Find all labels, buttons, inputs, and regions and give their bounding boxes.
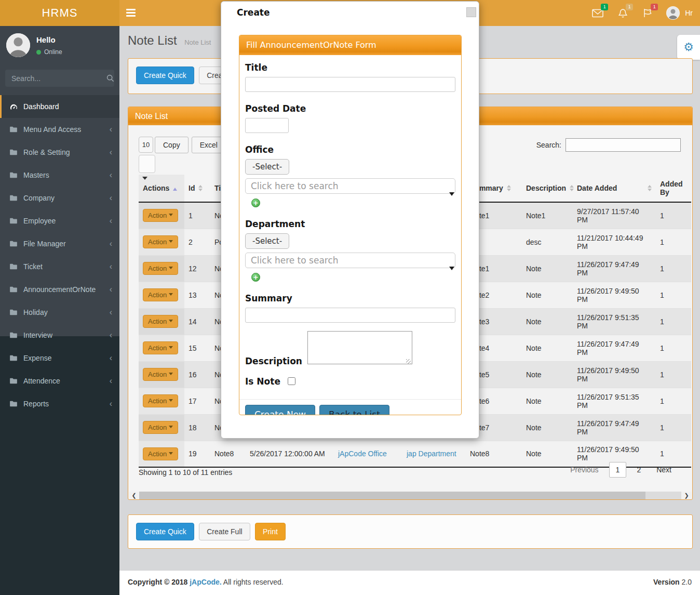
description-textarea[interactable]	[307, 331, 412, 364]
page-length-select[interactable]	[139, 155, 155, 173]
row-action-button[interactable]: Action	[143, 421, 178, 434]
sidebar-item-company[interactable]: Company‹	[0, 187, 119, 209]
messages-icon[interactable]: 1	[591, 7, 604, 19]
sidebar-toggle-icon[interactable]	[126, 9, 136, 17]
summary-input[interactable]	[245, 308, 455, 323]
office-select[interactable]: -Select-	[245, 159, 289, 175]
sidebar-item-announcementornote[interactable]: AnnouncementOrNote‹	[0, 278, 119, 301]
resize-grip-icon[interactable]	[406, 359, 411, 364]
scrollbar-track[interactable]	[645, 492, 681, 499]
cell-date-added: 11/26/2017 9:49:50 PM	[573, 282, 656, 308]
row-action-button[interactable]: Action	[143, 209, 178, 222]
brand-link[interactable]: jApCode.	[190, 578, 221, 586]
column-header-id[interactable]: Id	[184, 175, 210, 202]
chevron-left-icon: ‹	[110, 377, 112, 385]
cell-office-link[interactable]: jApCode Office	[338, 449, 387, 458]
notifications-bell-icon[interactable]: 1	[616, 7, 629, 19]
sidebar-item-attendence[interactable]: Attendence‹	[0, 369, 119, 392]
pagination-next[interactable]: Next	[651, 462, 677, 477]
scroll-left-icon[interactable]: ❮	[129, 492, 139, 499]
posted-date-input[interactable]	[245, 118, 289, 133]
posted-date-label: Posted Date	[245, 103, 455, 114]
create-new-button[interactable]: Create New	[245, 405, 315, 415]
cell-id: 18	[184, 414, 210, 441]
cell-title: Note8	[210, 441, 246, 467]
flag-icon[interactable]: 1	[641, 7, 654, 19]
table-search-input[interactable]	[566, 138, 681, 152]
column-header-description[interactable]: Description	[522, 175, 573, 202]
app-logo[interactable]: HRMS	[0, 0, 119, 26]
add-office-icon[interactable]: +	[251, 199, 260, 207]
column-header-actions[interactable]: Actions	[139, 175, 184, 202]
cell-added-by: 1	[656, 229, 691, 255]
column-header-date_added[interactable]: Date Added	[573, 175, 656, 202]
sidebar-item-expense[interactable]: Expense‹	[0, 347, 119, 369]
page-length-value[interactable]: 10	[139, 137, 153, 153]
office-search-input[interactable]	[245, 178, 455, 194]
sidebar-search	[5, 70, 114, 87]
title-input[interactable]	[245, 77, 455, 92]
create-quick-button[interactable]: Create Quick	[136, 67, 194, 84]
is-note-checkbox[interactable]	[288, 377, 295, 385]
add-department-icon[interactable]: +	[251, 273, 260, 282]
sidebar-item-reports[interactable]: Reports‹	[0, 392, 119, 415]
row-action-button[interactable]: Action	[143, 262, 178, 275]
scroll-right-icon[interactable]: ❯	[681, 492, 692, 499]
create-quick-button[interactable]: Create Quick	[136, 523, 194, 540]
create-full-button[interactable]: Create Full	[199, 523, 250, 540]
sidebar-item-label: Role & Setting	[23, 148, 70, 156]
caret-down-icon	[169, 346, 173, 351]
row-action-button[interactable]: Action	[143, 447, 178, 460]
search-icon[interactable]	[106, 74, 114, 82]
sidebar-item-dashboard[interactable]: Dashboard	[0, 95, 119, 118]
flags-badge: 1	[651, 4, 658, 10]
scrollbar-thumb[interactable]	[139, 492, 645, 499]
back-to-list-button[interactable]: Back to List	[319, 405, 389, 415]
office-dropdown-caret-icon[interactable]	[449, 192, 454, 199]
office-label: Office	[245, 144, 455, 155]
cell-summary: Note8	[466, 441, 522, 467]
row-action-button[interactable]: Action	[143, 341, 178, 354]
user-name[interactable]: Hr	[685, 9, 693, 17]
row-action-button[interactable]: Action	[143, 235, 178, 248]
pagination-page-1[interactable]: 1	[609, 462, 627, 478]
row-action-button[interactable]: Action	[143, 394, 178, 407]
cell-added-by: 1	[656, 414, 691, 441]
sidebar-item-menu-and-access[interactable]: Menu And Access‹	[0, 118, 119, 141]
sidebar-item-label: Expense	[23, 354, 51, 362]
sidebar-item-label: Menu And Access	[23, 125, 81, 134]
sidebar-item-masters[interactable]: Masters‹	[0, 164, 119, 187]
sidebar-search-input[interactable]	[10, 74, 106, 83]
modal-close-button[interactable]	[466, 7, 476, 17]
chevron-left-icon: ‹	[110, 262, 112, 271]
pagination-page-2[interactable]: 2	[631, 462, 646, 477]
gear-icon: ⚙	[683, 41, 694, 54]
sidebar-avatar	[6, 33, 30, 57]
pagination-previous[interactable]: Previous	[565, 462, 603, 477]
chevron-left-icon: ‹	[110, 400, 112, 408]
print-button[interactable]: Print	[255, 523, 286, 540]
department-select[interactable]: -Select-	[245, 233, 289, 249]
department-dropdown-caret-icon[interactable]	[449, 267, 454, 273]
cell-description: Note	[522, 335, 573, 361]
sidebar-item-interview[interactable]: Interview‹	[0, 324, 119, 347]
department-search-input[interactable]	[245, 253, 455, 268]
sidebar-item-file-manager[interactable]: File Manager‹	[0, 232, 119, 255]
folder-icon	[10, 126, 18, 133]
row-action-button[interactable]: Action	[143, 315, 178, 328]
sidebar-item-holiday[interactable]: Holiday‹	[0, 301, 119, 324]
cell-department-link[interactable]: jap Department	[407, 449, 456, 458]
settings-panel-toggle[interactable]: ⚙	[677, 35, 700, 60]
sidebar-item-role-setting[interactable]: Role & Setting‹	[0, 141, 119, 164]
row-action-button[interactable]: Action	[143, 288, 178, 301]
copy-export-button[interactable]: Copy	[155, 137, 189, 153]
chevron-left-icon: ‹	[110, 285, 112, 294]
cell-date-added: 11/26/2017 9:47:49 PM	[573, 414, 656, 441]
sidebar-item-employee[interactable]: Employee‹	[0, 209, 119, 232]
table-search-label: Search:	[536, 141, 561, 149]
user-avatar[interactable]	[666, 6, 680, 20]
chevron-left-icon: ‹	[110, 125, 112, 134]
row-action-button[interactable]: Action	[143, 368, 178, 381]
cell-added-by: 1	[656, 308, 691, 335]
sidebar-item-ticket[interactable]: Ticket‹	[0, 255, 119, 278]
